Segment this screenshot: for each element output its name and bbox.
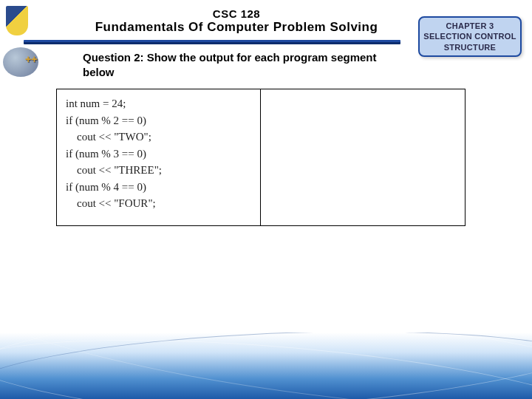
footer-decoration	[0, 332, 532, 399]
shield-icon	[6, 6, 28, 35]
cpp-icon: ++	[3, 47, 44, 83]
question-text: Question 2: Show the output for each pro…	[83, 50, 400, 81]
code-table: int num = 24; if (num % 2 == 0) cout << …	[56, 89, 466, 226]
title-underline	[24, 40, 400, 44]
chapter-line-3: STRUCTURE	[421, 42, 519, 52]
chapter-line-2: SELECTION CONTROL	[421, 31, 519, 41]
title-block: CSC 128 Fundamentals Of Computer Problem…	[44, 0, 429, 35]
university-logo	[6, 6, 35, 41]
cpp-plus-icon: ++	[25, 53, 37, 65]
course-code: CSC 128	[44, 7, 429, 20]
chapter-line-1: CHAPTER 3	[421, 21, 519, 31]
code-cell-right	[261, 89, 465, 225]
chapter-badge: CHAPTER 3 SELECTION CONTROL STRUCTURE	[418, 16, 522, 57]
course-title: Fundamentals Of Computer Problem Solving	[44, 20, 429, 35]
code-cell-left: int num = 24; if (num % 2 == 0) cout << …	[57, 89, 261, 225]
